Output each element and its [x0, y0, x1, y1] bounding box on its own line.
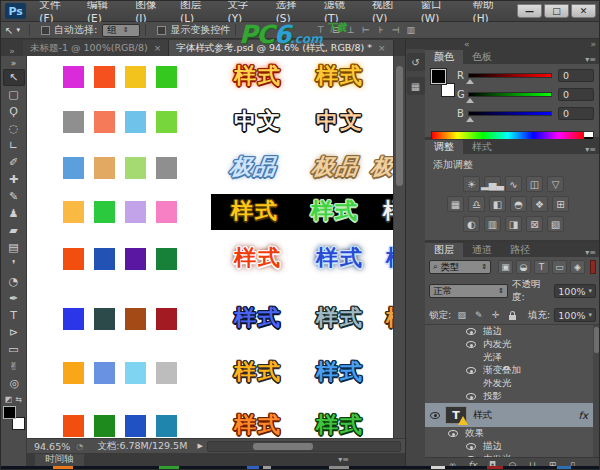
- filter-type-layers-icon[interactable]: T: [534, 260, 549, 274]
- levels-icon[interactable]: ▂▅▃: [484, 176, 501, 192]
- hue-saturation-icon[interactable]: ▦: [447, 196, 464, 212]
- eye-icon[interactable]: [448, 430, 458, 437]
- menu-item[interactable]: 帮助(H): [466, 0, 515, 24]
- path-select-tool[interactable]: ⊳: [3, 324, 25, 341]
- eye-icon[interactable]: [466, 393, 476, 400]
- layer-row-selected[interactable]: T样式fx: [425, 403, 600, 427]
- layer-effect-row[interactable]: 内发光: [425, 338, 600, 351]
- crop-tool[interactable]: ∟: [3, 137, 25, 154]
- layer-filter-kind-dropdown[interactable]: ⌕类型⇕: [429, 260, 491, 274]
- healing-brush-tool[interactable]: ✚: [3, 171, 25, 188]
- menu-item[interactable]: 图像(I): [128, 0, 173, 24]
- brush-tool[interactable]: ✎: [3, 188, 25, 205]
- blur-tool[interactable]: ❜: [3, 256, 25, 273]
- eyedropper-tool[interactable]: ✐: [3, 154, 25, 171]
- arrange-icon[interactable]: ▥: [404, 24, 417, 36]
- channel-slider[interactable]: [468, 111, 552, 116]
- eye-icon[interactable]: [466, 328, 476, 335]
- layer-effect-row[interactable]: 渐变叠加: [425, 364, 600, 377]
- menu-item[interactable]: 图层(L): [173, 0, 221, 24]
- color-panel-tab[interactable]: 颜色: [425, 50, 463, 64]
- menu-item[interactable]: 视图(V): [365, 0, 414, 24]
- close-button[interactable]: ✕: [571, 4, 596, 18]
- history-panel-icon[interactable]: ↺: [407, 53, 425, 71]
- menu-item[interactable]: 滤镜(T): [317, 0, 365, 24]
- eraser-tool[interactable]: ▰: [3, 222, 25, 239]
- color-balance-icon[interactable]: ♎: [468, 196, 485, 212]
- layer-effect-row[interactable]: 描边: [425, 325, 600, 338]
- layers-panel-tab[interactable]: 通道: [463, 243, 501, 257]
- layers-panel-tab[interactable]: 路径: [501, 243, 539, 257]
- layers-panel-tab[interactable]: 图层: [425, 243, 463, 257]
- marquee-tool[interactable]: ▢: [3, 86, 25, 103]
- tab-overflow-icon[interactable]: »: [1, 46, 23, 56]
- curves-icon[interactable]: ∿: [505, 176, 522, 192]
- menu-item[interactable]: 窗口(W): [414, 0, 466, 24]
- canvas-horizontal-scrollbar[interactable]: [207, 441, 401, 452]
- slider-thumb-icon[interactable]: [466, 79, 474, 84]
- canvas[interactable]: 样式样式中文中文极品极品极样式样式样样式样式样样式样式样样式样式样式样式: [27, 56, 393, 438]
- panel-color-swatches[interactable]: [431, 69, 457, 99]
- align-top-icon[interactable]: ⊤: [314, 24, 327, 36]
- properties-panel-icon[interactable]: ▦: [407, 77, 425, 95]
- adjustments-panel-tab[interactable]: 样式: [463, 140, 501, 154]
- minimize-button[interactable]: —: [517, 4, 542, 18]
- layer-effect-row[interactable]: 效果: [425, 427, 600, 440]
- visibility-toggle[interactable]: [463, 341, 479, 348]
- timeline-menu-icon[interactable]: ▾≡: [338, 455, 349, 464]
- filter-shape-layers-icon[interactable]: ▭: [552, 260, 567, 274]
- menu-item[interactable]: 编辑(E): [80, 0, 128, 24]
- invert-icon[interactable]: ◐: [463, 216, 480, 232]
- filter-pixel-layers-icon[interactable]: ▣: [498, 260, 513, 274]
- move-tool-preset-icon[interactable]: ↖▾: [1, 25, 24, 36]
- lock-transparency-icon[interactable]: ▨: [455, 309, 468, 322]
- channel-value[interactable]: 0: [558, 88, 594, 101]
- eye-icon[interactable]: [466, 456, 476, 457]
- menu-item[interactable]: 选择(S): [269, 0, 317, 24]
- zoom-tool[interactable]: ◎: [0, 372, 26, 395]
- eye-icon[interactable]: [466, 443, 476, 450]
- distribute-right-icon[interactable]: ⊣: [389, 24, 402, 36]
- distribute-left-icon[interactable]: ⊢: [359, 24, 372, 36]
- clone-stamp-tool[interactable]: ♟: [3, 205, 25, 222]
- filter-smart-objects-icon[interactable]: ◈: [570, 260, 585, 274]
- quick-select-tool[interactable]: ◌: [3, 120, 25, 137]
- channel-value[interactable]: 0: [558, 107, 594, 120]
- adjustments-panel-menu-icon[interactable]: ▾≡: [585, 145, 596, 154]
- shape-tool[interactable]: ▭: [3, 341, 25, 358]
- vibrance-icon[interactable]: ▽: [547, 176, 564, 192]
- visibility-toggle[interactable]: [463, 393, 479, 400]
- status-popup-icon[interactable]: ▶: [197, 442, 202, 450]
- tab-close-icon[interactable]: ×: [378, 43, 386, 53]
- foreground-background-swatches[interactable]: [3, 406, 25, 430]
- channel-slider[interactable]: [468, 73, 552, 78]
- align-bottom-icon[interactable]: ⊥: [344, 24, 357, 36]
- dock-collapse-icon[interactable]: «: [464, 39, 470, 49]
- layer-filter-toggle[interactable]: [590, 260, 596, 274]
- slider-thumb-icon[interactable]: [466, 117, 474, 122]
- visibility-toggle[interactable]: [445, 430, 461, 437]
- distribute-center-icon[interactable]: ⊦: [374, 24, 387, 36]
- slider-thumb-icon[interactable]: [466, 98, 474, 103]
- type-tool[interactable]: T: [3, 307, 25, 324]
- filter-adjustment-layers-icon[interactable]: ◒: [516, 260, 531, 274]
- lock-paint-icon[interactable]: ✎: [472, 309, 485, 322]
- align-middle-icon[interactable]: ⊟: [329, 24, 342, 36]
- eye-icon[interactable]: [466, 367, 476, 374]
- pen-tool[interactable]: ✒: [3, 290, 25, 307]
- maximize-button[interactable]: □: [544, 4, 569, 18]
- eye-icon[interactable]: [466, 341, 476, 348]
- color-lookup-icon[interactable]: ⊞: [552, 196, 569, 212]
- channel-mixer-icon[interactable]: ❖: [531, 196, 548, 212]
- threshold-icon[interactable]: ◨: [505, 216, 522, 232]
- foreground-color-swatch[interactable]: [3, 406, 16, 419]
- layer-effect-row[interactable]: 外发光: [425, 377, 600, 390]
- dock-expand-icon[interactable]: »: [590, 39, 596, 49]
- document-tab[interactable]: 未标题-1 @ 100%(RGB/8)×: [23, 40, 169, 56]
- eye-icon[interactable]: [430, 412, 440, 419]
- blend-mode-dropdown[interactable]: 正常⇕: [429, 284, 508, 298]
- move-tool[interactable]: ↖: [3, 69, 25, 86]
- channel-value[interactable]: 0: [558, 69, 594, 82]
- selective-color-icon[interactable]: ⊠: [526, 216, 543, 232]
- layer-effect-row[interactable]: 描边: [425, 440, 600, 453]
